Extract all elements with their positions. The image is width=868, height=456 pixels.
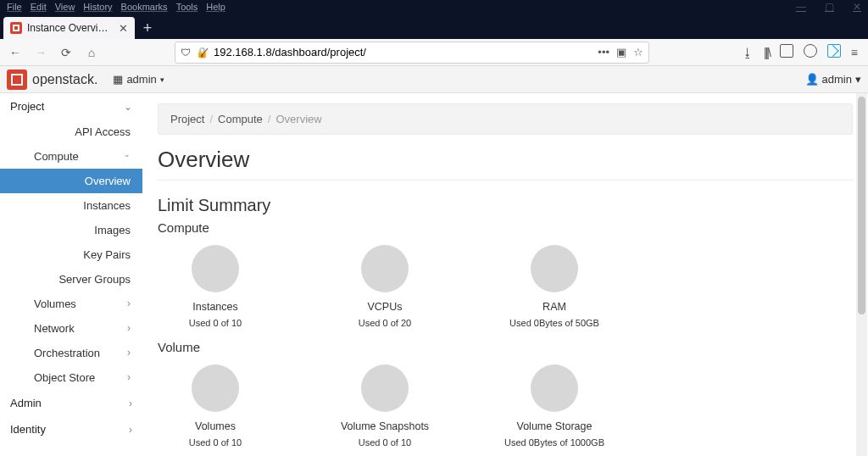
page-title: Overview xyxy=(158,147,853,181)
tab-close-icon[interactable]: ✕ xyxy=(119,22,128,35)
nav-reload-button[interactable]: ⟳ xyxy=(56,42,76,63)
sidebar-overview[interactable]: Overview xyxy=(0,169,142,193)
domain-label: admin xyxy=(126,73,156,86)
sidebar-api-access[interactable]: API Access xyxy=(0,120,142,144)
nav-forward-button[interactable]: → xyxy=(31,42,51,63)
breadcrumb-project[interactable]: Project xyxy=(170,113,204,125)
chevron-right-icon: › xyxy=(127,322,131,335)
scrollbar-thumb[interactable] xyxy=(858,97,865,314)
caret-down-icon: ▾ xyxy=(160,75,164,84)
user-dropdown[interactable]: 👤 admin ▾ xyxy=(805,73,861,86)
breadcrumb-current: Overview xyxy=(275,113,321,125)
library-icon[interactable]: |||\ xyxy=(764,46,770,59)
domain-dropdown[interactable]: ▦ admin ▾ xyxy=(113,73,164,86)
openstack-favicon-icon xyxy=(10,22,22,34)
card-ram: RAM Used 0Bytes of 50GB xyxy=(504,242,605,328)
url-input[interactable] xyxy=(214,46,593,58)
browser-tab[interactable]: Instance Overview - OpenStack ✕ xyxy=(3,17,135,39)
domain-icon: ▦ xyxy=(113,73,123,86)
tab-title: Instance Overview - OpenStack xyxy=(27,22,114,34)
openstack-header: openstack. ▦ admin ▾ 👤 admin ▾ xyxy=(0,66,868,93)
card-volume-snapshots: Volume Snapshots Used 0 of 10 xyxy=(334,361,436,448)
sidebar-identity[interactable]: Identity › xyxy=(0,416,142,442)
sidebar-server-groups[interactable]: Server Groups xyxy=(0,267,142,292)
chevron-right-icon: › xyxy=(129,398,132,409)
card-vcpus: VCPUs Used 0 of 20 xyxy=(334,242,436,328)
openstack-logo[interactable]: openstack. xyxy=(7,70,97,90)
volume-heading: Volume xyxy=(158,340,853,354)
limit-summary-heading: Limit Summary xyxy=(158,196,853,215)
caret-down-icon: ▾ xyxy=(855,73,861,86)
menu-file[interactable]: File xyxy=(3,2,25,12)
user-icon: 👤 xyxy=(805,73,819,86)
menu-tools[interactable]: Tools xyxy=(173,2,202,12)
breadcrumb: Project / Compute / Overview xyxy=(158,103,853,135)
card-volumes: Volumes Used 0 of 10 xyxy=(164,361,266,448)
volume-cards: Volumes Used 0 of 10 Volume Snapshots Us… xyxy=(158,361,853,448)
url-more-icon[interactable]: ••• xyxy=(598,46,609,58)
chevron-right-icon: › xyxy=(127,298,131,310)
vertical-scrollbar[interactable] xyxy=(856,93,867,456)
browser-toolbar: ← → ⟳ ⌂ 🛡 🔒̸ ••• ▣ ☆ ⭳ |||\ ≡ xyxy=(0,39,868,66)
compute-heading: Compute xyxy=(158,220,853,235)
chevron-right-icon: › xyxy=(127,347,131,359)
sidebar-project[interactable]: Project ⌄ xyxy=(0,93,142,120)
menu-help[interactable]: Help xyxy=(203,2,229,12)
sidebar-images[interactable]: Images xyxy=(0,218,142,242)
openstack-logo-icon xyxy=(7,70,27,90)
window-maximize-icon[interactable]: ▢ xyxy=(821,1,837,13)
tab-strip: Instance Overview - OpenStack ✕ + xyxy=(0,14,868,39)
sidebar-object-store[interactable]: Object Store› xyxy=(0,365,142,390)
extension-icon[interactable] xyxy=(827,44,841,60)
sidebar-orchestration[interactable]: Orchestration› xyxy=(0,341,142,365)
reader-mode-icon[interactable]: ▣ xyxy=(616,46,626,58)
chevron-right-icon: › xyxy=(127,371,131,384)
sidebar-instances[interactable]: Instances xyxy=(0,193,142,218)
bookmark-star-icon[interactable]: ☆ xyxy=(633,46,643,58)
firefox-menubar: File Edit View History Bookmarks Tools H… xyxy=(0,0,868,14)
card-instances: Instances Used 0 of 10 xyxy=(164,242,266,328)
sidebar-toggle-icon[interactable] xyxy=(780,44,793,60)
menu-edit[interactable]: Edit xyxy=(27,2,50,12)
sidebar-compute[interactable]: Compute ⌄ xyxy=(0,144,142,169)
sidebar-volumes[interactable]: Volumes› xyxy=(0,292,142,316)
downloads-icon[interactable]: ⭳ xyxy=(742,46,754,59)
breadcrumb-compute[interactable]: Compute xyxy=(218,113,263,125)
sidebar-key-pairs[interactable]: Key Pairs xyxy=(0,242,142,267)
user-label: admin xyxy=(822,73,852,86)
openstack-brand: openstack. xyxy=(32,72,97,87)
menu-history[interactable]: History xyxy=(80,2,115,12)
menu-bookmarks[interactable]: Bookmarks xyxy=(118,2,171,12)
main-content: Project / Compute / Overview Overview Li… xyxy=(142,93,868,456)
sidebar: Project ⌄ API Access Compute ⌄ Overview … xyxy=(0,93,142,456)
url-bar[interactable]: 🛡 🔒̸ ••• ▣ ☆ xyxy=(175,42,649,64)
donut-chart-icon xyxy=(192,364,239,412)
sidebar-project-label: Project xyxy=(10,100,44,113)
card-volume-storage: Volume Storage Used 0Bytes of 1000GB xyxy=(504,361,605,448)
donut-chart-icon xyxy=(192,245,239,292)
compute-cards: Instances Used 0 of 10 VCPUs Used 0 of 2… xyxy=(158,242,853,328)
donut-chart-icon xyxy=(531,364,578,412)
new-tab-button[interactable]: + xyxy=(135,17,160,39)
account-icon[interactable] xyxy=(804,44,817,60)
donut-chart-icon xyxy=(361,245,409,292)
nav-back-button[interactable]: ← xyxy=(5,42,25,63)
window-close-icon[interactable]: ✕ xyxy=(849,1,865,13)
window-minimize-icon[interactable]: — xyxy=(793,1,810,13)
chevron-down-icon: ⌄ xyxy=(124,101,132,113)
chevron-down-icon: ⌄ xyxy=(124,150,131,163)
menu-view[interactable]: View xyxy=(52,2,79,12)
insecure-lock-icon[interactable]: 🔒̸ xyxy=(196,47,209,58)
app-menu-icon[interactable]: ≡ xyxy=(851,46,858,59)
sidebar-admin[interactable]: Admin › xyxy=(0,390,142,416)
donut-chart-icon xyxy=(531,245,578,292)
chevron-right-icon: › xyxy=(129,424,132,436)
donut-chart-icon xyxy=(361,364,409,412)
tracking-shield-icon[interactable]: 🛡 xyxy=(181,47,191,58)
sidebar-network[interactable]: Network› xyxy=(0,316,142,341)
nav-home-button[interactable]: ⌂ xyxy=(81,42,102,63)
